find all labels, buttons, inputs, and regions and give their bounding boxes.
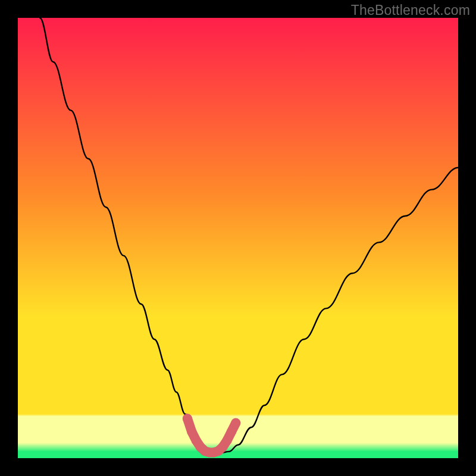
bottleneck-plot bbox=[18, 18, 458, 458]
minimum-marker-dot bbox=[187, 427, 196, 437]
plot-background bbox=[18, 18, 458, 458]
minimum-marker-dot bbox=[223, 436, 232, 445]
minimum-marker-dot bbox=[227, 427, 236, 437]
minimum-marker-dot bbox=[183, 414, 192, 423]
minimum-marker-dot bbox=[231, 418, 240, 428]
chart-frame: TheBottleneck.com bbox=[0, 0, 476, 476]
watermark-text: TheBottleneck.com bbox=[351, 2, 470, 18]
